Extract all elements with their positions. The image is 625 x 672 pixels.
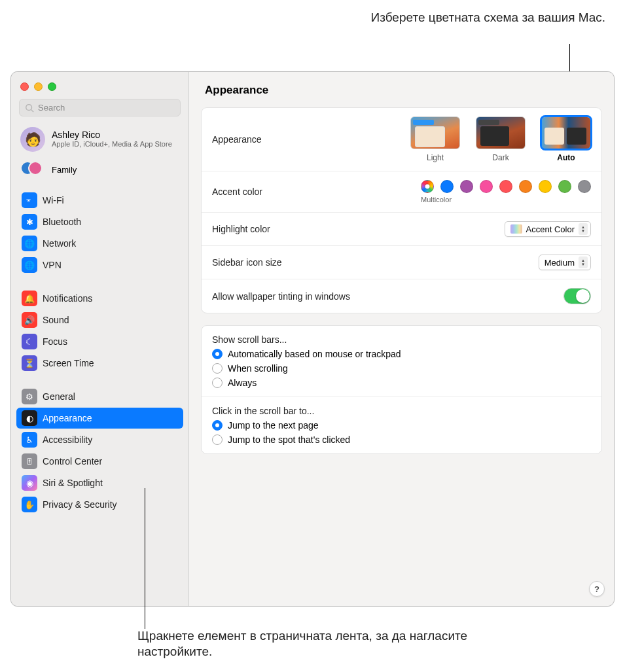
callout-top: Изберете цветната схема за вашия Mac. [344, 10, 605, 26]
appearance-option-auto[interactable]: Auto [541, 116, 591, 162]
sidebar-item-control-center[interactable]: 🎚Control Center [16, 451, 183, 472]
avatar: 🧑 [20, 127, 45, 152]
highlight-swatch [510, 224, 522, 234]
accent-swatch-2[interactable] [460, 180, 473, 193]
hand-icon: ✋ [22, 497, 37, 512]
accent-swatch-8[interactable] [578, 180, 591, 193]
sidebar-item-label: Accessibility [43, 434, 92, 445]
vpn-icon: 🌐 [22, 257, 37, 273]
sidebar-item-notifications[interactable]: 🔔Notifications [16, 288, 183, 309]
globe-icon: 🌐 [22, 236, 37, 251]
sidebar-icon-select[interactable]: Medium ▲▼ [539, 255, 591, 270]
row-appearance: Appearance LightDarkAuto [202, 108, 601, 171]
click-scroll-option-0[interactable]: Jump to the next page [212, 420, 350, 431]
sidebar-item-label: Wi-Fi [43, 195, 64, 205]
sidebar-item-label: Screen Time [43, 358, 94, 368]
sidebar-item-label: General [43, 391, 75, 402]
search-input[interactable]: Search [19, 99, 181, 116]
close-button[interactable] [20, 82, 29, 91]
chevron-updown-icon: ▲▼ [579, 223, 588, 235]
radio-icon [212, 349, 223, 359]
scrollbars-option-1[interactable]: When scrolling [212, 363, 401, 374]
moon-icon: ☾ [22, 334, 37, 349]
sidebar-item-appearance[interactable]: ◐Appearance [16, 408, 183, 429]
callout-bottom: Щракнете елемент в страничната лента, за… [137, 628, 504, 660]
appearance-thumb-dark [476, 116, 526, 149]
appearance-option-dark[interactable]: Dark [476, 116, 526, 162]
accent-swatch-0[interactable] [421, 180, 434, 193]
sidebar-item-wi-fi[interactable]: ᯤWi-Fi [16, 190, 183, 211]
user-name: Ashley Rico [52, 130, 172, 140]
radio-icon [212, 434, 223, 445]
family-avatars [20, 161, 45, 178]
chevron-updown-icon: ▲▼ [579, 256, 588, 268]
accent-colors: Multicolor [421, 180, 591, 203]
minimize-button[interactable] [34, 82, 43, 91]
sidebar-item-label: Bluetooth [43, 217, 81, 227]
sidebar-item-label: Focus [43, 336, 67, 347]
search-placeholder: Search [38, 103, 65, 113]
appearance-option-light[interactable]: Light [410, 116, 460, 162]
gear-icon: ⚙ [22, 389, 37, 404]
sidebar-group-1: ᯤWi-Fi✱Bluetooth🌐Network🌐VPN [11, 187, 188, 279]
row-scrollbars: Show scroll bars... Automatically based … [202, 326, 601, 397]
accent-swatch-3[interactable] [480, 180, 493, 193]
sidebar-item-network[interactable]: 🌐Network [16, 233, 183, 254]
siri-icon: ◉ [22, 475, 37, 491]
row-sidebar-icon: Sidebar icon size Medium ▲▼ [202, 246, 601, 279]
sidebar-item-appleid[interactable]: 🧑 Ashley Rico Apple ID, iCloud+, Media &… [11, 123, 188, 156]
appearance-thumb-light [410, 116, 460, 149]
radio-icon [212, 378, 223, 388]
sidebar-item-bluetooth[interactable]: ✱Bluetooth [16, 211, 183, 232]
appearance-icon: ◐ [22, 410, 37, 426]
sidebar-item-family[interactable]: Family [11, 156, 188, 187]
accent-selected-label: Multicolor [421, 196, 452, 203]
click-scroll-option-1[interactable]: Jump to the spot that's clicked [212, 434, 350, 445]
sidebar-item-general[interactable]: ⚙General [16, 386, 183, 407]
scrollbars-option-0[interactable]: Automatically based on mouse or trackpad [212, 349, 401, 359]
accent-swatch-6[interactable] [539, 180, 552, 193]
row-wallpaper-tint: Allow wallpaper tinting in windows [202, 279, 601, 313]
maximize-button[interactable] [48, 82, 56, 91]
radio-icon [212, 420, 223, 431]
help-button[interactable]: ? [589, 581, 605, 597]
sidebar-item-siri-spotlight[interactable]: ◉Siri & Spotlight [16, 472, 183, 493]
main-panel: Appearance Appearance LightDarkAuto Acce… [189, 72, 614, 606]
scrollbars-option-2[interactable]: Always [212, 378, 401, 388]
appearance-thumb-auto [541, 116, 591, 149]
wallpaper-tint-toggle[interactable] [563, 288, 591, 304]
sidebar-item-label: Privacy & Security [43, 499, 117, 510]
sidebar-item-accessibility[interactable]: ♿︎Accessibility [16, 429, 183, 450]
accent-swatch-1[interactable] [440, 180, 454, 193]
sidebar-item-screen-time[interactable]: ⏳Screen Time [16, 353, 183, 374]
sidebar-item-label: Control Center [43, 456, 102, 467]
sidebar-item-vpn[interactable]: 🌐VPN [16, 255, 183, 275]
accent-swatch-5[interactable] [519, 180, 532, 193]
bell-icon: 🔔 [22, 291, 37, 306]
page-title: Appearance [189, 72, 614, 105]
user-subtitle: Apple ID, iCloud+, Media & App Store [52, 140, 172, 149]
row-accent: Accent color Multicolor [202, 171, 601, 213]
accent-swatch-4[interactable] [499, 180, 512, 193]
accent-swatch-7[interactable] [558, 180, 571, 193]
wifi-icon: ᯤ [22, 192, 37, 208]
sidebar-item-label: Network [43, 238, 76, 249]
sidebar-item-label: Siri & Spotlight [43, 478, 103, 488]
sidebar-item-focus[interactable]: ☾Focus [16, 331, 183, 352]
radio-icon [212, 363, 223, 374]
callout-line-bottom [145, 488, 145, 629]
sidebar-item-label: VPN [43, 260, 62, 270]
sidebar-item-sound[interactable]: 🔊Sound [16, 309, 183, 330]
svg-line-1 [31, 109, 34, 112]
sidebar-item-privacy-security[interactable]: ✋Privacy & Security [16, 494, 183, 515]
settings-window: Search 🧑 Ashley Rico Apple ID, iCloud+, … [10, 71, 615, 607]
traffic-lights [11, 76, 188, 96]
svg-point-0 [26, 104, 32, 110]
sidebar: Search 🧑 Ashley Rico Apple ID, iCloud+, … [11, 72, 189, 606]
sidebar-item-label: Appearance [43, 413, 92, 423]
panel-scroll: Show scroll bars... Automatically based … [201, 325, 602, 454]
highlight-select[interactable]: Accent Color ▲▼ [505, 221, 591, 237]
search-icon [25, 103, 34, 113]
speaker-icon: 🔊 [22, 312, 37, 328]
sidebar-group-2: 🔔Notifications🔊Sound☾Focus⏳Screen Time [11, 285, 188, 377]
